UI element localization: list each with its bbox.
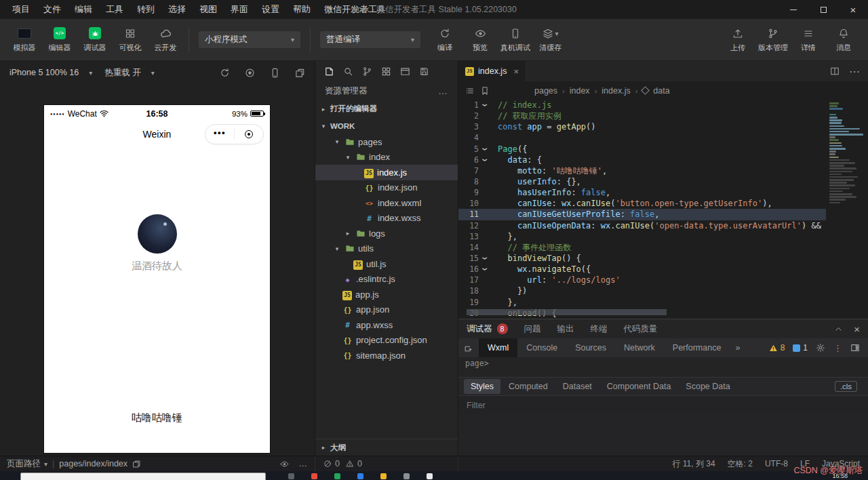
code-line-18[interactable]: 18 }) bbox=[458, 285, 868, 296]
taskbar-app-icon[interactable] bbox=[403, 473, 410, 479]
indent-setting[interactable]: 空格: 2 bbox=[728, 458, 753, 470]
float-window-icon[interactable] bbox=[295, 68, 305, 78]
tree-file-index.json[interactable]: {}index.json bbox=[315, 180, 458, 196]
devtools-tab-network[interactable]: Network bbox=[615, 338, 664, 357]
debugger-tab-输出[interactable]: 输出 bbox=[557, 323, 574, 335]
tool-details[interactable]: 详情 bbox=[791, 22, 826, 58]
code-line-16[interactable]: 16❯ wx.navigateTo({ bbox=[458, 264, 868, 275]
code-line-11[interactable]: 11 canIUseGetUserProfile: false, bbox=[458, 209, 868, 220]
extensions-icon[interactable] bbox=[381, 66, 391, 77]
code-line-10[interactable]: 10 canIUse: wx.canIUse('button.open-type… bbox=[458, 198, 868, 209]
devtools-tab-wxml[interactable]: Wxml bbox=[479, 338, 517, 357]
tree-file-index.wxss[interactable]: #index.wxss bbox=[315, 211, 458, 226]
tree-file-sitemap.json[interactable]: {}sitemap.json bbox=[315, 348, 458, 363]
close-button[interactable]: × bbox=[838, 0, 868, 19]
tool-compile[interactable]: 编译 bbox=[427, 22, 462, 58]
inspector-tab-scope-data[interactable]: Scope Data bbox=[679, 379, 736, 394]
menubar-item[interactable]: 文件 bbox=[37, 0, 68, 19]
more-actions-icon[interactable]: ⋯ bbox=[849, 65, 860, 78]
warning-counter[interactable]: 8 bbox=[769, 343, 785, 353]
gear-icon[interactable] bbox=[816, 343, 825, 353]
code-line-12[interactable]: 12 canIUseOpenData: wx.canIUse('open-dat… bbox=[458, 220, 868, 231]
tool-debugger[interactable]: 调试器 bbox=[77, 22, 113, 58]
inspector-tab-computed[interactable]: Computed bbox=[502, 379, 555, 394]
menubar-item[interactable]: 视图 bbox=[193, 0, 224, 19]
capsule-close-button[interactable] bbox=[235, 130, 263, 138]
bookmark-icon[interactable] bbox=[480, 86, 490, 96]
debugger-tab-问题[interactable]: 问题 bbox=[524, 323, 541, 335]
tree-folder-index[interactable]: ▾index bbox=[315, 150, 458, 165]
avatar[interactable] bbox=[138, 214, 177, 254]
eye-icon[interactable] bbox=[280, 460, 289, 468]
outline-section[interactable]: ▸ 大纲 bbox=[315, 439, 458, 456]
capsule-menu-button[interactable]: ••• bbox=[205, 127, 234, 141]
workspace-section[interactable]: ▾ WORK bbox=[315, 117, 458, 134]
menubar-item[interactable]: 编辑 bbox=[68, 0, 99, 19]
inspector-tab-styles[interactable]: Styles bbox=[464, 379, 500, 394]
tree-file-app.wxss[interactable]: #app.wxss bbox=[315, 317, 458, 333]
taskbar-app-icon[interactable] bbox=[334, 473, 340, 479]
filter-input[interactable] bbox=[467, 401, 670, 410]
minimap[interactable] bbox=[826, 100, 868, 319]
menubar-item[interactable]: 帮助 bbox=[286, 0, 317, 19]
dock-panel-icon[interactable] bbox=[850, 343, 860, 353]
open-editors-section[interactable]: ▸ 打开的编辑器 bbox=[315, 100, 458, 117]
tree-folder-pages[interactable]: ▾pages bbox=[315, 134, 458, 150]
code-line-14[interactable]: 14 // 事件处理函数 bbox=[458, 242, 868, 253]
tree-file-app.json[interactable]: {}app.json bbox=[315, 302, 458, 318]
close-icon[interactable]: × bbox=[513, 66, 519, 77]
chevron-up-icon[interactable] bbox=[834, 325, 843, 334]
menubar-item[interactable]: 项目 bbox=[5, 0, 37, 19]
breadcrumb-item[interactable]: index.js bbox=[601, 86, 630, 96]
taskbar-app-icon[interactable] bbox=[427, 473, 433, 479]
fold-icon[interactable]: ❯ bbox=[479, 155, 490, 165]
tool-simulator[interactable]: 模拟器 bbox=[7, 22, 42, 58]
code-line-5[interactable]: 5❯Page({ bbox=[458, 144, 868, 155]
search-icon[interactable] bbox=[343, 66, 353, 77]
wxml-dom-tree[interactable]: page> bbox=[458, 357, 868, 377]
tree-file-util.js[interactable]: JSutil.js bbox=[315, 256, 458, 272]
tool-remote-debug[interactable]: 真机调试 bbox=[498, 22, 533, 58]
tool-version[interactable]: 版本管理 bbox=[755, 22, 791, 58]
git-branch-icon[interactable] bbox=[362, 66, 372, 77]
code-line-13[interactable]: 13 }, bbox=[458, 231, 868, 242]
menubar-item[interactable]: 转到 bbox=[130, 0, 161, 19]
inspector-tab-dataset[interactable]: Dataset bbox=[556, 379, 599, 394]
files-icon[interactable] bbox=[324, 66, 334, 77]
problems-summary[interactable]: 0 0 bbox=[315, 456, 458, 471]
issue-counter[interactable]: 1 bbox=[793, 343, 808, 353]
breadcrumb-item[interactable]: data bbox=[653, 86, 669, 96]
breadcrumb-item[interactable]: pages bbox=[534, 86, 557, 96]
devtools-tab-performance[interactable]: Performance bbox=[664, 338, 730, 357]
hot-reload-toggle[interactable]: 热重载 开 ▾ bbox=[104, 67, 155, 79]
compile-mode-dropdown[interactable]: 普通编译 ▾ bbox=[320, 31, 420, 48]
inspector-tab-component-data[interactable]: Component Data bbox=[600, 379, 678, 394]
more-actions-icon[interactable]: … bbox=[438, 85, 448, 96]
code-line-3[interactable]: 3const app = getApp() bbox=[458, 121, 868, 132]
code-line-6[interactable]: 6❯ data: { bbox=[458, 155, 868, 165]
taskbar-app-icon[interactable] bbox=[288, 473, 294, 479]
tool-clear-cache[interactable]: ▾清缓存 bbox=[533, 22, 568, 58]
tree-file-index.js[interactable]: JSindex.js bbox=[315, 165, 458, 180]
close-panel-icon[interactable]: × bbox=[854, 323, 860, 335]
tree-folder-utils[interactable]: ▾utils bbox=[315, 241, 458, 257]
record-icon[interactable] bbox=[245, 68, 255, 78]
code-line-17[interactable]: 17 url: '../logs/logs' bbox=[458, 275, 868, 285]
save-icon[interactable] bbox=[419, 66, 429, 77]
taskbar-app-icon[interactable] bbox=[380, 473, 387, 479]
window-icon[interactable] bbox=[400, 66, 410, 77]
device-selector[interactable]: iPhone 5 100% 16 ▾ bbox=[9, 68, 92, 77]
tool-visual[interactable]: 可视化 bbox=[113, 22, 148, 58]
debugger-tab-调试器[interactable]: 调试器8 bbox=[467, 323, 508, 335]
taskbar-app-icon[interactable] bbox=[311, 473, 317, 479]
fold-icon[interactable]: ❯ bbox=[479, 264, 490, 275]
device-icon[interactable] bbox=[270, 68, 280, 78]
code-line-19[interactable]: 19 }, bbox=[458, 297, 868, 308]
debugger-tab-代码质量[interactable]: 代码质量 bbox=[624, 323, 658, 335]
code-line-7[interactable]: 7 motto: '咕噜咕噜锤', bbox=[458, 165, 868, 176]
devtools-tab-sources[interactable]: Sources bbox=[566, 338, 615, 357]
fold-icon[interactable]: ❯ bbox=[479, 144, 490, 155]
tool-upload[interactable]: 上传 bbox=[720, 22, 755, 58]
refresh-icon[interactable] bbox=[220, 68, 230, 78]
code-line-4[interactable]: 4 bbox=[458, 132, 868, 143]
